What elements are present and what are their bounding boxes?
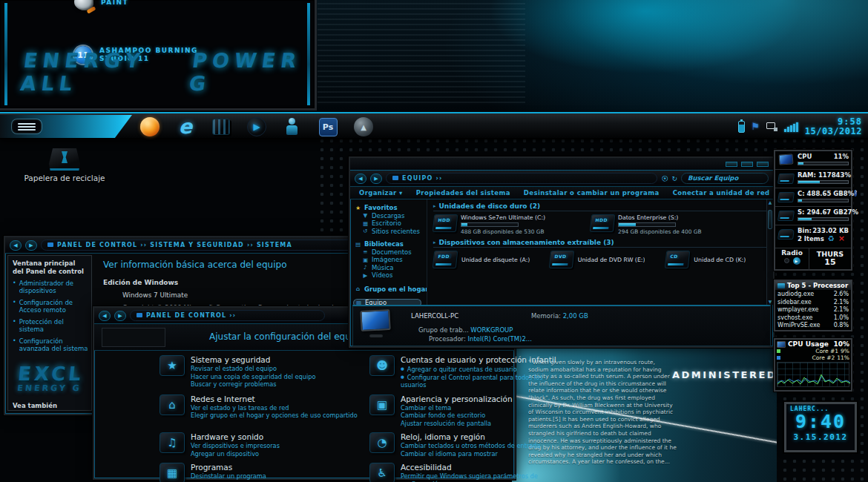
media-player-icon[interactable]: ▶ [246, 116, 267, 137]
maximize-button[interactable] [741, 162, 753, 167]
category-link[interactable]: Agregar o quitar cuentas de usuario [401, 365, 568, 373]
category-link[interactable]: Cambiar el idioma para mostrar [401, 450, 541, 458]
category-link[interactable]: Ajustar resolución de pantalla [401, 420, 513, 428]
display-icon[interactable]: ▣ [369, 394, 395, 415]
group-header-hard-drives[interactable]: ▸Unidades de disco duro (2) [433, 202, 770, 211]
security-lock-icon[interactable]: ★ [160, 355, 185, 376]
launcher-orb-icon[interactable]: ▲ [353, 116, 374, 137]
firefox-icon[interactable] [139, 116, 160, 137]
photoshop-icon[interactable]: Ps [318, 116, 338, 137]
launcher-item-paint[interactable]: PAINT [74, 0, 128, 10]
start-button[interactable] [0, 115, 132, 138]
category-title[interactable]: Hardware y sonido [191, 432, 280, 441]
forward-button[interactable]: ▶ [370, 174, 382, 184]
drive-k-cd[interactable]: CD Unidad de CD (K:) [665, 251, 770, 268]
scroll-down-arrow[interactable]: ▼ [768, 299, 772, 305]
sidebar-item-computer[interactable]: ▥Equipo [353, 299, 421, 305]
disk-c-label: C: 488.65 GB [798, 190, 844, 197]
scroll-up-arrow[interactable]: ▲ [768, 199, 772, 205]
sidebar-libraries[interactable]: ▤Bibliotecas [355, 240, 427, 248]
category-link[interactable]: Cambiar teclados u otros métodos de entr… [401, 442, 541, 450]
category-title[interactable]: Accesibilidad [401, 463, 568, 472]
tray-clock[interactable]: 9:58 15/03/2012 [805, 117, 862, 136]
internet-explorer-icon[interactable]: e [175, 116, 196, 137]
sidebar-item-videos[interactable]: ▶Vídeos [355, 271, 427, 280]
minimize-button[interactable] [726, 162, 737, 167]
refresh-icon[interactable]: ↻ [671, 175, 677, 182]
cpu-bar [798, 162, 849, 165]
messenger-icon[interactable] [282, 116, 303, 137]
sidebar-item-remote-access[interactable]: •Configuración de Acceso remoto [13, 299, 88, 314]
back-button[interactable]: ◀ [355, 174, 366, 184]
users-icon[interactable]: ☻ [369, 355, 395, 376]
map-network-drive-button[interactable]: Conectar a unidad de red [673, 189, 770, 197]
category-link[interactable]: Revisar el estado del equipo [191, 365, 315, 373]
category-link[interactable]: Elegir grupo en el hogar y opciones de u… [191, 412, 358, 420]
help-icon[interactable]: ? [854, 190, 857, 197]
battery-icon[interactable] [738, 121, 745, 133]
sidebar-item-downloads[interactable]: ▼Descargas [355, 212, 427, 220]
explorer-titlebar[interactable] [350, 158, 773, 171]
category-link[interactable]: Ver dispositivos e impresoras [191, 442, 280, 450]
drive-box-icon[interactable] [211, 116, 231, 137]
breadcrumb[interactable]: EQUIPO ›› [386, 173, 657, 184]
network-icon[interactable] [766, 122, 777, 131]
sidebar-item-system-protection[interactable]: •Protección del sistema [13, 318, 88, 333]
accessibility-icon[interactable]: ♿ [369, 463, 395, 482]
system-properties-button[interactable]: Propiedades del sistema [416, 189, 510, 197]
organize-button[interactable]: Organizar ▾ [359, 189, 403, 197]
category-title[interactable]: Apariencia y personalización [401, 394, 513, 403]
category-link[interactable]: Configurar el Control parental para todo… [401, 373, 568, 389]
drive-s[interactable]: HDD Datos Enterprise (S:) 294 GB disponi… [591, 214, 736, 235]
category-link[interactable]: Ver el estado y las tareas de red [191, 404, 358, 412]
back-button[interactable]: ◀ [10, 240, 22, 251]
radio-play-button[interactable]: ▶ [793, 257, 800, 265]
action-center-flag-icon[interactable]: ⚑ [752, 121, 760, 132]
sidebar-item-control-panel-home[interactable]: Ventana principal del Panel de control [13, 260, 88, 275]
signal-strength-icon[interactable] [784, 122, 798, 132]
network-icon[interactable]: ⌂ [160, 394, 185, 415]
empty-bin-icon[interactable]: × [838, 235, 845, 242]
category-title[interactable]: Redes e Internet [191, 394, 358, 403]
sidebar-favorites[interactable]: ★Favoritos [355, 204, 427, 212]
forward-button[interactable]: ▶ [25, 240, 37, 251]
sidebar-item-music[interactable]: ♪Música [355, 264, 427, 272]
category-link[interactable]: Hacer una copia de seguridad del equipo [191, 373, 315, 381]
drive-c[interactable]: HDD Windows Se7en Ultimate (C:) 488 GB d… [433, 214, 579, 235]
breadcrumb[interactable]: PANEL DE CONTROL ›› [130, 310, 325, 321]
clock-icon[interactable]: ◔ [369, 432, 395, 453]
sidebar-item-advanced-settings[interactable]: •Configuración avanzada del sistema [13, 337, 88, 352]
drive-e-dvd[interactable]: DVD Unidad de DVD RW (E:) [550, 251, 654, 268]
category-link[interactable]: Agregar un dispositivo [191, 450, 280, 458]
close-button[interactable] [757, 162, 769, 167]
views-icon[interactable]: ⦿ [661, 175, 668, 182]
printer-sound-icon[interactable]: ♫ [160, 432, 185, 453]
sidebar-item-device-manager[interactable]: •Administrador de dispositivos [13, 280, 88, 294]
breadcrumb[interactable]: PANEL DE CONTROL ›› SISTEMA Y SEGURIDAD … [41, 240, 360, 251]
forward-button[interactable]: ▶ [114, 311, 126, 321]
radio-stop-button[interactable] [784, 258, 789, 263]
sidebar-item-desktop[interactable]: ▦Escritorio [355, 219, 427, 228]
sidebar-item-homegroup[interactable]: ⌂Grupo en el hogar [355, 285, 427, 294]
category-link[interactable]: Cambiar fondo de escritorio [401, 412, 513, 420]
group-header-removable[interactable]: ▸Dispositivos con almacenamiento extraíb… [433, 239, 770, 248]
sidebar-item-documents[interactable]: ≡Documentos [355, 248, 427, 257]
category-title[interactable]: Sistema y seguridad [191, 355, 315, 364]
search-input[interactable]: Buscar Equipo [681, 173, 769, 184]
programs-icon[interactable]: ▦ [160, 463, 185, 482]
drive-a-floppy[interactable]: FDD Unidad de disquete (A:) [433, 251, 538, 268]
category-title[interactable]: Cuentas de usuario y protección infantil [401, 355, 568, 364]
recycle-bin-desktop-icon[interactable]: Papelera de reciclaje [16, 148, 113, 182]
sidebar-item-pictures[interactable]: ▣Imágenes [355, 256, 427, 264]
category-title[interactable]: Reloj, idioma y región [401, 432, 541, 441]
back-button[interactable]: ◀ [99, 311, 111, 321]
category-link[interactable]: Permitir que Windows sugiera parámetros … [401, 472, 568, 482]
category-link[interactable]: Cambiar el tema [401, 404, 513, 412]
recycle-icon[interactable]: ♻ [828, 234, 835, 242]
category-link[interactable]: Desinstalar un programa [191, 472, 266, 481]
category-link[interactable]: Buscar y corregir problemas [191, 380, 315, 389]
uninstall-program-button[interactable]: Desinstalar o cambiar un programa [524, 189, 660, 197]
category-title[interactable]: Programas [191, 463, 266, 472]
sidebar-item-recent-places[interactable]: ↺Sitios recientes [355, 228, 427, 236]
vertical-scrollbar[interactable]: ▲ ▼ [766, 199, 773, 305]
